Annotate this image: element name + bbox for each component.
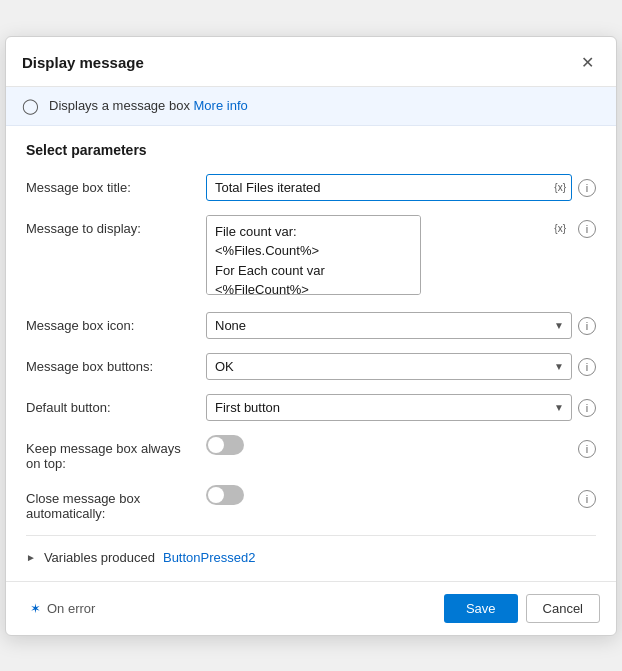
message-box-icon-select[interactable]: None Information Warning Error <box>206 312 572 339</box>
close-automatically-row: Close message box automatically: i <box>26 485 596 521</box>
message-box-title-control: {x} i <box>206 174 596 201</box>
message-box-icon-row: Message box icon: None Information Warni… <box>26 312 596 339</box>
more-info-link[interactable]: More info <box>194 98 248 113</box>
message-to-display-wrapper: File count var: <%Files.Count%> For Each… <box>206 215 572 298</box>
keep-on-top-label: Keep message box always on top: <box>26 435 196 471</box>
message-box-title-info-icon[interactable]: i <box>578 179 596 197</box>
message-box-icon-select-wrapper: None Information Warning Error ▼ <box>206 312 572 339</box>
dialog-body: Select parameters Message box title: {x}… <box>6 126 616 581</box>
footer-actions: Save Cancel <box>444 594 600 623</box>
message-box-buttons-select-wrapper: OK OK - Cancel Yes - No Yes - No - Cance… <box>206 353 572 380</box>
on-error-label: On error <box>47 601 95 616</box>
dialog-footer: ✶ On error Save Cancel <box>6 581 616 635</box>
default-button-select[interactable]: First button Second button <box>206 394 572 421</box>
info-banner: ◯ Displays a message box More info <box>6 87 616 126</box>
message-to-display-row: Message to display: File count var: <%Fi… <box>26 215 596 298</box>
close-automatically-toggle-knob <box>208 487 224 503</box>
message-box-buttons-select[interactable]: OK OK - Cancel Yes - No Yes - No - Cance… <box>206 353 572 380</box>
message-icon: ◯ <box>22 97 39 115</box>
message-to-display-info-icon[interactable]: i <box>578 220 596 238</box>
message-to-display-control: File count var: <%Files.Count%> For Each… <box>206 215 596 298</box>
close-button[interactable]: ✕ <box>575 51 600 74</box>
divider <box>26 535 596 536</box>
keep-on-top-toggle[interactable] <box>206 435 244 455</box>
close-automatically-toggle[interactable] <box>206 485 244 505</box>
banner-text: Displays a message box More info <box>49 98 248 113</box>
on-error-button[interactable]: ✶ On error <box>22 597 103 620</box>
message-box-title-row: Message box title: {x} i <box>26 174 596 201</box>
message-box-buttons-info-icon[interactable]: i <box>578 358 596 376</box>
keep-on-top-toggle-wrapper <box>206 435 244 455</box>
default-button-select-wrapper: First button Second button ▼ <box>206 394 572 421</box>
message-box-title-input[interactable] <box>206 174 572 201</box>
keep-on-top-toggle-knob <box>208 437 224 453</box>
message-box-title-input-wrapper: {x} <box>206 174 572 201</box>
default-button-row: Default button: First button Second butt… <box>26 394 596 421</box>
variables-row: ► Variables produced ButtonPressed2 <box>26 550 596 565</box>
close-automatically-control: i <box>206 485 596 508</box>
message-box-title-label: Message box title: <box>26 174 196 195</box>
close-automatically-label: Close message box automatically: <box>26 485 196 521</box>
shield-icon: ✶ <box>30 601 41 616</box>
message-box-icon-control: None Information Warning Error ▼ i <box>206 312 596 339</box>
default-button-label: Default button: <box>26 394 196 415</box>
message-box-buttons-label: Message box buttons: <box>26 353 196 374</box>
save-button[interactable]: Save <box>444 594 518 623</box>
dialog-title: Display message <box>22 54 144 71</box>
message-box-buttons-row: Message box buttons: OK OK - Cancel Yes … <box>26 353 596 380</box>
message-to-display-label: Message to display: <box>26 215 196 236</box>
message-to-display-input[interactable]: File count var: <%Files.Count%> For Each… <box>206 215 421 295</box>
keep-on-top-info-icon[interactable]: i <box>578 440 596 458</box>
dialog: Display message ✕ ◯ Displays a message b… <box>5 36 617 636</box>
dialog-header: Display message ✕ <box>6 37 616 87</box>
var-badge-message: {x} <box>554 223 566 234</box>
message-box-buttons-control: OK OK - Cancel Yes - No Yes - No - Cance… <box>206 353 596 380</box>
section-title: Select parameters <box>26 142 596 158</box>
close-automatically-info-icon[interactable]: i <box>578 490 596 508</box>
message-box-icon-info-icon[interactable]: i <box>578 317 596 335</box>
keep-on-top-row: Keep message box always on top: i <box>26 435 596 471</box>
keep-on-top-control: i <box>206 435 596 458</box>
cancel-button[interactable]: Cancel <box>526 594 600 623</box>
variables-expand-icon[interactable]: ► <box>26 552 36 563</box>
message-box-icon-label: Message box icon: <box>26 312 196 333</box>
variables-label: Variables produced <box>44 550 155 565</box>
variable-tag: ButtonPressed2 <box>163 550 256 565</box>
close-automatically-toggle-wrapper <box>206 485 244 505</box>
default-button-control: First button Second button ▼ i <box>206 394 596 421</box>
default-button-info-icon[interactable]: i <box>578 399 596 417</box>
